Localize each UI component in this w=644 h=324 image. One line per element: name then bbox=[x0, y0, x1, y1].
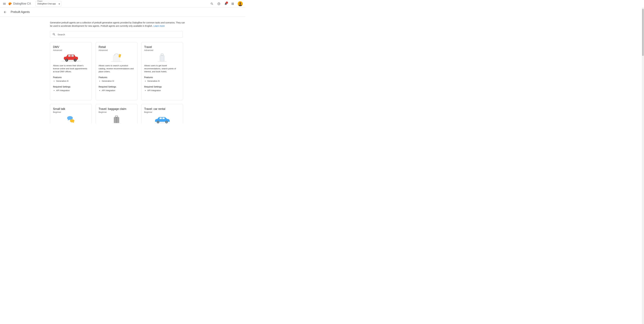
svg-rect-7 bbox=[72, 55, 74, 57]
top-right-actions: 1 bbox=[209, 1, 244, 7]
feature-item: Generative AI bbox=[147, 79, 180, 83]
svg-rect-28 bbox=[160, 117, 162, 119]
hamburger-menu-button[interactable] bbox=[1, 1, 8, 7]
svg-rect-16 bbox=[160, 55, 164, 61]
required-list: API Integration bbox=[56, 89, 89, 92]
svg-rect-17 bbox=[161, 54, 163, 55]
svg-rect-25 bbox=[115, 117, 116, 123]
card-level: Advanced bbox=[144, 49, 180, 51]
agent-card-baggage-claim[interactable]: Travel: baggage claim Beginner bbox=[96, 104, 138, 123]
card-level: Beginner bbox=[144, 111, 180, 113]
search-icon bbox=[52, 33, 56, 36]
features-heading: Features bbox=[144, 76, 180, 79]
card-title: Small talk bbox=[53, 107, 89, 111]
page-header-bar: Prebuilt Agents bbox=[0, 7, 245, 17]
notification-badge: 1 bbox=[226, 1, 228, 4]
svg-rect-14 bbox=[118, 54, 121, 57]
car-illustration-icon bbox=[53, 53, 89, 62]
required-settings-heading: Required Settings bbox=[53, 85, 89, 88]
help-button[interactable] bbox=[216, 1, 222, 7]
intro-paragraph: Generative prebuilt agents are a collect… bbox=[50, 21, 185, 27]
features-list: Generative AI bbox=[56, 79, 89, 83]
card-title: DMV bbox=[53, 45, 89, 49]
intro-text: Generative prebuilt agents are a collect… bbox=[50, 21, 185, 28]
card-title: Retail bbox=[98, 45, 134, 49]
svg-rect-29 bbox=[162, 117, 164, 119]
top-app-bar: Dialogflow CX Project Dialogflow Chat ap… bbox=[0, 0, 245, 7]
features-heading: Features bbox=[98, 76, 134, 79]
search-icon bbox=[210, 2, 214, 5]
features-heading: Features bbox=[53, 76, 89, 79]
chat-bubbles-illustration-icon bbox=[53, 115, 89, 123]
svg-point-9 bbox=[66, 59, 67, 61]
card-title: Travel bbox=[144, 45, 180, 49]
card-level: Advanced bbox=[53, 49, 89, 51]
search-input[interactable] bbox=[58, 33, 180, 36]
suitcase-illustration-icon bbox=[144, 53, 180, 62]
svg-rect-6 bbox=[68, 55, 70, 57]
avatar-image bbox=[238, 1, 243, 6]
agent-card-retail[interactable]: Retail Advanced Allows users to search a… bbox=[96, 42, 138, 100]
features-list: Generative AI bbox=[147, 79, 180, 83]
agent-card-dmv[interactable]: DMV Advanced Allows user to renew their … bbox=[50, 42, 92, 100]
search-button[interactable] bbox=[209, 1, 215, 7]
help-icon bbox=[217, 2, 220, 5]
svg-point-31 bbox=[158, 122, 158, 123]
svg-point-11 bbox=[74, 59, 76, 61]
features-list: Generative AI bbox=[102, 79, 134, 83]
required-item: API Integration bbox=[147, 89, 180, 92]
notifications-button[interactable]: 1 bbox=[223, 1, 229, 7]
svg-point-4 bbox=[61, 60, 81, 62]
project-field-label: Project bbox=[37, 0, 43, 2]
required-settings-heading: Required Settings bbox=[144, 85, 180, 88]
svg-point-3 bbox=[240, 2, 241, 4]
card-level: Advanced bbox=[98, 49, 134, 51]
feature-item: Generative AI bbox=[102, 79, 134, 83]
svg-rect-26 bbox=[118, 117, 118, 123]
apps-grid-icon bbox=[231, 2, 234, 5]
svg-point-33 bbox=[166, 122, 167, 123]
account-avatar[interactable] bbox=[238, 1, 243, 6]
google-apps-button[interactable] bbox=[230, 1, 236, 7]
shopping-bag-illustration-icon bbox=[98, 53, 134, 62]
required-list: API Integration bbox=[147, 89, 180, 92]
search-box[interactable] bbox=[50, 31, 183, 38]
card-title: Travel: car rental bbox=[144, 107, 180, 111]
product-name-label: Dialogflow CX bbox=[13, 2, 31, 5]
required-item: API Integration bbox=[56, 89, 89, 92]
card-description: Allows users to get travel recommendatio… bbox=[144, 64, 180, 73]
learn-more-link[interactable]: Learn more bbox=[154, 25, 165, 27]
svg-rect-24 bbox=[115, 116, 118, 117]
page-title: Prebuilt Agents bbox=[11, 10, 30, 14]
blue-car-illustration-icon bbox=[144, 115, 180, 123]
card-description: Allows user to renew their driver's lice… bbox=[53, 64, 89, 73]
chevron-down-icon bbox=[58, 2, 60, 5]
project-selected-value: Dialogflow Chat app bbox=[38, 2, 56, 5]
required-item: API Integration bbox=[102, 89, 134, 92]
card-title: Travel: baggage claim bbox=[98, 107, 134, 111]
dialogflow-logo-icon bbox=[8, 2, 12, 6]
agent-card-travel[interactable]: Travel Advanced Allows users to get trav… bbox=[141, 42, 183, 100]
card-description: Allows users to search a product catalog… bbox=[98, 64, 134, 73]
svg-rect-23 bbox=[114, 117, 119, 123]
feature-item: Generative AI bbox=[56, 79, 89, 83]
project-selector[interactable]: Project Dialogflow Chat app bbox=[36, 1, 62, 6]
required-list: API Integration bbox=[102, 89, 134, 92]
menu-icon bbox=[3, 2, 6, 5]
back-button[interactable] bbox=[2, 9, 8, 15]
agent-card-grid: DMV Advanced Allows user to renew their … bbox=[50, 42, 185, 123]
required-settings-heading: Required Settings bbox=[98, 85, 134, 88]
main-content: Generative prebuilt agents are a collect… bbox=[50, 17, 185, 123]
arrow-back-icon bbox=[3, 10, 7, 14]
card-level: Beginner bbox=[53, 111, 89, 113]
agent-card-car-rental[interactable]: Travel: car rental Beginner bbox=[141, 104, 183, 123]
product-branding: Dialogflow CX bbox=[8, 2, 31, 6]
luggage-illustration-icon bbox=[98, 115, 134, 123]
agent-card-small-talk[interactable]: Small talk Beginner bbox=[50, 104, 92, 123]
card-level: Beginner bbox=[98, 111, 134, 113]
